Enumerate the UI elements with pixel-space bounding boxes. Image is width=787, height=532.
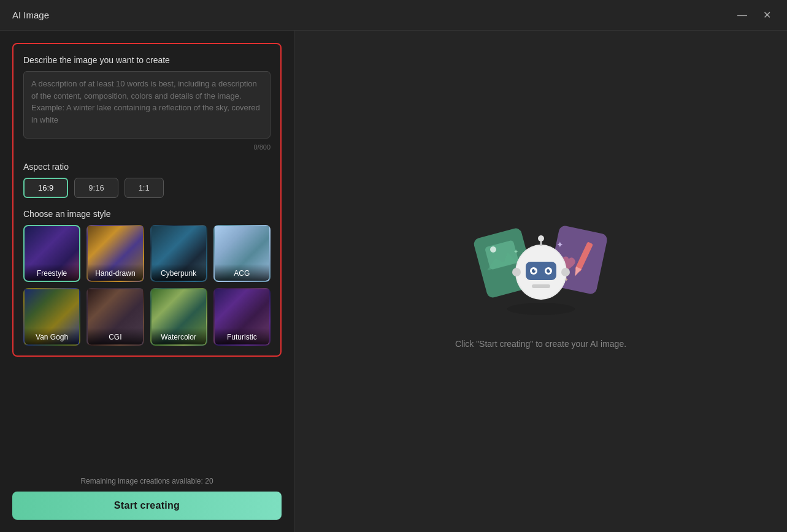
style-card-acg[interactable]: ACG — [213, 225, 271, 282]
right-panel: ✦ ✦ ✦ Click "Start creating" to create y… — [294, 31, 787, 532]
aspect-btn-9-16[interactable]: 9:16 — [74, 178, 118, 198]
minimize-button[interactable]: — — [734, 8, 751, 22]
main-layout: Describe the image you want to create 0/… — [0, 31, 787, 532]
style-card-futuristic[interactable]: Futuristic — [213, 288, 271, 345]
svg-text:✦: ✦ — [556, 240, 564, 249]
style-label-cgi: CGI — [88, 328, 142, 344]
describe-section: Describe the image you want to create 0/… — [23, 55, 271, 151]
style-card-cgi[interactable]: CGI — [86, 288, 144, 345]
svg-point-15 — [538, 235, 544, 241]
robot-illustration: ✦ ✦ ✦ — [461, 214, 621, 324]
svg-point-12 — [534, 269, 536, 271]
left-panel: Describe the image you want to create 0/… — [0, 31, 294, 532]
svg-rect-18 — [532, 284, 550, 288]
bottom-area: Remaining image creations available: 20 … — [12, 467, 282, 520]
style-label-acg: ACG — [215, 264, 269, 281]
style-label-handdrawn: Hand-drawn — [88, 264, 142, 281]
style-label-futuristic: Futuristic — [215, 328, 269, 344]
style-card-handdrawn[interactable]: Hand-drawn — [86, 225, 144, 282]
style-card-freestyle[interactable]: Freestyle — [23, 225, 80, 282]
window-title: AI Image — [12, 10, 49, 20]
aspect-buttons-group: 16:9 9:16 1:1 — [23, 178, 271, 198]
style-card-watercolor[interactable]: Watercolor — [150, 288, 207, 345]
style-label: Choose an image style — [23, 209, 271, 219]
svg-point-17 — [561, 268, 570, 276]
style-label-freestyle: Freestyle — [25, 264, 79, 281]
aspect-ratio-section: Aspect ratio 16:9 9:16 1:1 — [23, 162, 271, 198]
window-controls: — ✕ — [734, 8, 775, 22]
image-style-section: Choose an image style Freestyle Hand-dra… — [23, 209, 271, 346]
svg-point-16 — [512, 268, 521, 276]
ai-robot-svg: ✦ ✦ ✦ — [461, 214, 621, 324]
style-label-vangogh: Van Gogh — [25, 328, 79, 344]
right-panel-hint: Click "Start creating" to create your AI… — [455, 339, 626, 349]
style-card-vangogh[interactable]: Van Gogh — [23, 288, 80, 345]
style-card-cyberpunk[interactable]: Cyberpunk — [150, 225, 207, 282]
remaining-text: Remaining image creations available: 20 — [12, 477, 282, 485]
svg-text:✦: ✦ — [564, 277, 569, 283]
start-creating-button[interactable]: Start creating — [12, 492, 282, 520]
describe-input[interactable] — [23, 71, 271, 139]
close-button[interactable]: ✕ — [759, 8, 775, 22]
svg-text:✦: ✦ — [513, 248, 518, 255]
aspect-ratio-label: Aspect ratio — [23, 162, 271, 172]
settings-box: Describe the image you want to create 0/… — [12, 43, 282, 357]
aspect-btn-16-9[interactable]: 16:9 — [23, 178, 68, 198]
style-label-watercolor: Watercolor — [152, 328, 206, 344]
style-label-cyberpunk: Cyberpunk — [152, 264, 206, 281]
aspect-btn-1-1[interactable]: 1:1 — [125, 178, 164, 198]
char-count: 0/800 — [23, 143, 271, 151]
describe-label: Describe the image you want to create — [23, 55, 271, 65]
style-grid: Freestyle Hand-drawn Cyberpunk ACG Van G… — [23, 225, 271, 346]
svg-point-24 — [507, 303, 575, 315]
title-bar: AI Image — ✕ — [0, 0, 787, 31]
svg-point-13 — [548, 269, 550, 271]
